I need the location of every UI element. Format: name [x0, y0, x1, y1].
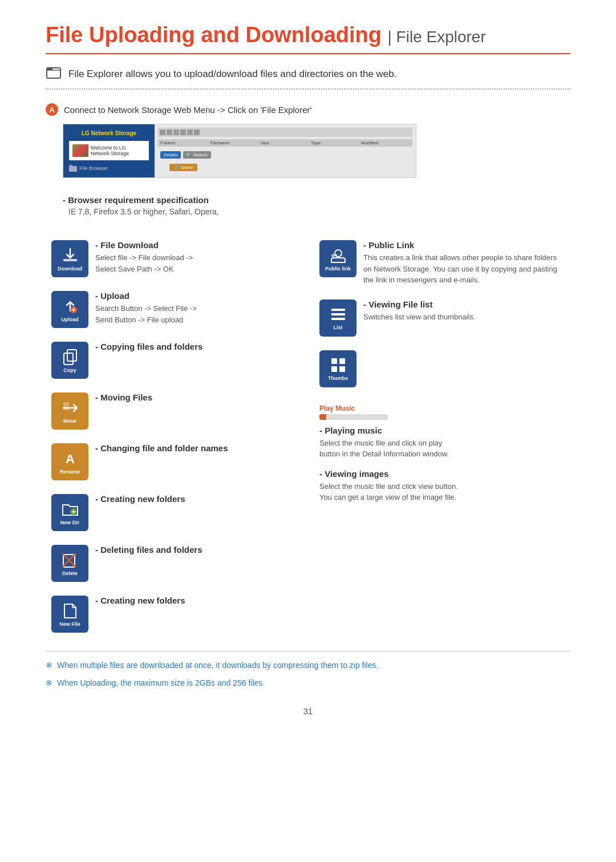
newdir-text: - Creating new folders — [95, 494, 297, 506]
svg-rect-21 — [339, 358, 345, 364]
search-btn: 🔍 Search — [183, 151, 210, 159]
features-section: Download - File Download Select file -> … — [46, 233, 570, 640]
note-2-text: When Uploading, the maximum size is 2GBs… — [57, 677, 265, 689]
note-2: ※ When Uploading, the maximum size is 2G… — [46, 677, 570, 689]
screenshot-mockup: LG Network Storage Welcome to LGNetwork … — [63, 124, 416, 178]
tb-btn1 — [160, 129, 165, 135]
move-text: - Moving Files — [95, 392, 297, 404]
newfile-icon-label: New File — [59, 621, 80, 627]
rename-icon-label: Rename — [60, 469, 80, 475]
svg-rect-18 — [331, 313, 345, 315]
tb-btn6 — [194, 129, 200, 135]
screenshot-main: Folders Filename Size Type Modified Deta… — [155, 124, 416, 177]
delete-text: - Deleting files and folders — [95, 545, 297, 557]
screenshot-thumb — [72, 144, 88, 157]
tb-btn2 — [167, 129, 172, 135]
screenshot-welcome: Welcome to LGNetwork Storage — [69, 141, 149, 160]
newdir-icon-box: New Dir — [51, 494, 88, 531]
feature-upload: Upload - Upload Search Button -> Select … — [46, 284, 302, 335]
note-1: ※ When multiple files are downloaded at … — [46, 659, 570, 671]
main-title: File Uploading and Downloading — [46, 23, 382, 47]
download-text: - File Download Select file -> File down… — [95, 240, 297, 274]
step-a-label: A Connect to Network Storage Web Menu ->… — [46, 103, 570, 116]
page-title: File Uploading and Downloading | File Ex… — [46, 23, 570, 54]
svg-rect-17 — [331, 309, 345, 311]
tb-btn5 — [187, 129, 193, 135]
intro-text: File Explorer allows you to upload/downl… — [68, 68, 397, 80]
page-number: 31 — [46, 706, 570, 716]
screenshot-logo: LG Network Storage — [69, 130, 149, 136]
playing-music-text: - Playing music Select the music file an… — [319, 426, 565, 460]
screenshot-share: 🔗 Share — [158, 161, 412, 171]
delete-icon-box: Delete — [51, 545, 88, 582]
table-header: Folders Filename Size Type Modified — [158, 139, 412, 147]
browser-req-section: - Browser requirement specification IE 7… — [63, 195, 570, 216]
svg-rect-4 — [69, 165, 72, 167]
svg-rect-20 — [331, 358, 337, 364]
screenshot-buttons: Details 🔍 Search — [158, 151, 412, 159]
play-music-progress — [319, 414, 326, 420]
list-text: - Viewing File list Switches list view a… — [363, 300, 565, 323]
feature-copy: Copy - Copying files and folders — [46, 335, 302, 386]
upload-text: - Upload Search Button -> Select File ->… — [95, 291, 297, 325]
svg-rect-9 — [63, 402, 69, 410]
rename-icon-box: A Rename — [51, 443, 88, 480]
svg-rect-3 — [69, 166, 77, 172]
browser-req-detail: IE 7,8, Firefox 3.5 or higher, Safari, O… — [68, 207, 570, 216]
feature-download: Download - File Download Select file -> … — [46, 233, 302, 284]
delete-icon-label: Delete — [62, 570, 78, 576]
note-symbol-2: ※ — [46, 677, 52, 689]
svg-rect-23 — [339, 366, 345, 372]
list-icon-box: List — [319, 300, 356, 337]
divider — [46, 88, 570, 90]
notes-section: ※ When multiple files are downloaded at … — [46, 651, 570, 689]
viewing-images-section: - Viewing images Select the music file a… — [314, 464, 570, 508]
share-btn: 🔗 Share — [169, 164, 197, 171]
svg-text:A: A — [66, 452, 75, 466]
feature-newfile: New File - Creating new folders — [46, 589, 302, 640]
tb-btn4 — [180, 129, 186, 135]
note-1-text: When multiple files are downloaded at on… — [57, 659, 378, 671]
upload-icon-box: Upload — [51, 291, 88, 328]
screenshot-sidebar: LG Network Storage Welcome to LGNetwork … — [63, 124, 155, 177]
copy-icon-box: Copy — [51, 342, 88, 379]
file-explorer-icon — [46, 66, 62, 83]
feature-thumbs: Thumbs — [314, 343, 570, 394]
svg-point-15 — [335, 250, 342, 257]
play-music-label: Play Music — [319, 404, 355, 412]
svg-rect-22 — [331, 366, 337, 372]
feature-delete: Delete - Deleting files and folders — [46, 538, 302, 589]
screenshot-toolbar — [158, 128, 412, 137]
publiclink-icon-box: Public link — [319, 240, 356, 277]
feature-rename: A Rename - Changing file and folder name… — [46, 436, 302, 487]
thumbs-icon-box: Thumbs — [319, 350, 356, 387]
feature-move: Move - Moving Files — [46, 386, 302, 436]
move-icon-box: Move — [51, 392, 88, 430]
newfile-text: - Creating new folders — [95, 596, 297, 608]
list-icon-label: List — [333, 325, 342, 330]
feature-list: List - Viewing File list Switches list v… — [314, 293, 570, 343]
feature-publiclink: Public link - Public Link This creates a… — [314, 233, 570, 293]
play-music-section: Play Music - Playing music Select the mu… — [314, 400, 570, 464]
download-icon-label: Download — [58, 266, 82, 272]
rename-text: - Changing file and folder names — [95, 443, 297, 455]
svg-rect-8 — [67, 350, 76, 361]
screenshot-table: Folders Filename Size Type Modified — [158, 139, 412, 147]
step-a-text: Connect to Network Storage Web Menu -> C… — [64, 105, 311, 115]
svg-rect-7 — [64, 353, 73, 365]
features-left: Download - File Download Select file -> … — [46, 233, 302, 640]
note-symbol-1: ※ — [46, 659, 52, 671]
download-icon-box: Download — [51, 240, 88, 277]
publiclink-icon-label: Public link — [325, 266, 351, 272]
svg-point-16 — [331, 254, 335, 257]
tb-btn3 — [173, 129, 179, 135]
copy-text: - Copying files and folders — [95, 342, 297, 354]
step-a-section: A Connect to Network Storage Web Menu ->… — [46, 103, 570, 178]
intro-section: File Explorer allows you to upload/downl… — [46, 66, 570, 83]
browser-req-title: - Browser requirement specification — [63, 195, 570, 205]
publiclink-text: - Public Link This creates a link that a… — [363, 240, 565, 286]
copy-icon-label: Copy — [63, 367, 76, 373]
newfile-icon-box: New File — [51, 596, 88, 633]
screenshot-welcome-text: Welcome to LGNetwork Storage — [91, 145, 129, 156]
play-music-bar — [319, 414, 388, 420]
